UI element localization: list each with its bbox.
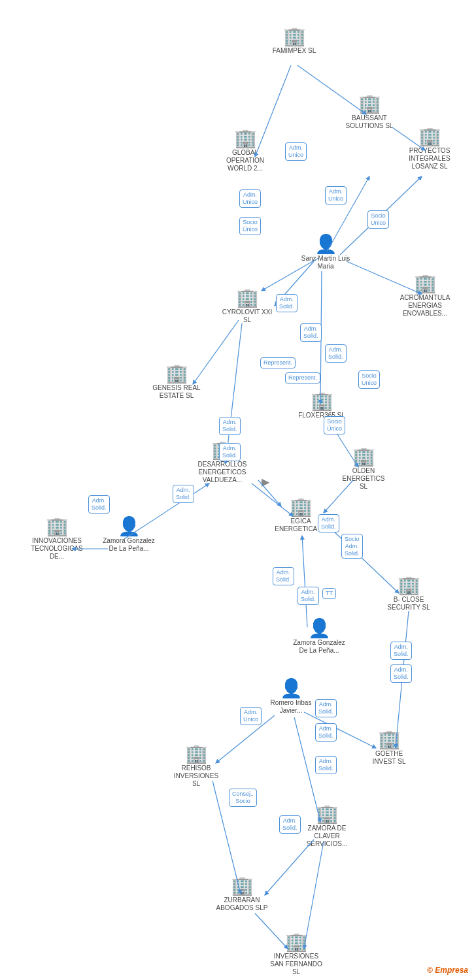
node-global[interactable]: 🏢 GLOBAL OPERATION WORLD 2... bbox=[216, 129, 275, 172]
badge-tt: TT bbox=[322, 588, 336, 599]
watermark: © Empresa bbox=[427, 966, 468, 975]
label-cyrolovit: CYROLOVIT XXI SL bbox=[221, 308, 273, 324]
label-baussant: BAUSSANT SOLUTIONS SL bbox=[343, 114, 396, 130]
building-icon-cyrolovit: 🏢 bbox=[236, 289, 259, 307]
network-diagram: 🏢 FAMIMPEX SL 🏢 BAUSSANT SOLUTIONS SL 🏢 … bbox=[0, 0, 476, 980]
label-olden: OLDEN ENERGETICS SL bbox=[337, 467, 390, 491]
label-genesis: GENESIS REAL ESTATE SL bbox=[150, 384, 203, 400]
label-acromantula: ACROMANTULA ENERGIAS ENOVABLES... bbox=[399, 294, 451, 318]
building-icon-zamora-claver: 🏢 bbox=[316, 805, 339, 823]
person-icon-sanz: 👤 bbox=[314, 235, 337, 253]
badge-adm-solid-12: Adm.Solid. bbox=[390, 664, 412, 683]
node-olden[interactable]: 🏢 OLDEN ENERGETICS SL bbox=[337, 448, 390, 491]
label-zamora2: Zamora Gonzalez De La Peña... bbox=[293, 639, 345, 655]
badge-socio-adm-solid: SocioAdm.Solid. bbox=[341, 534, 363, 559]
badge-adm-solid-13: Adm.Solid. bbox=[315, 699, 337, 717]
label-zamora-claver: ZAMORA DE CLAVER SERVICIOS... bbox=[301, 825, 353, 848]
building-icon-floxer: 🏢 bbox=[311, 392, 333, 410]
building-icon-inversiones: 🏢 bbox=[285, 933, 308, 951]
building-icon-zurbaran: 🏢 bbox=[231, 877, 254, 895]
badge-adm-unico-4: Adm.Unico bbox=[240, 707, 262, 725]
label-romero: Romero Iribas Javier... bbox=[265, 699, 317, 715]
node-romero[interactable]: 👤 Romero Iribas Javier... bbox=[262, 679, 320, 715]
node-famimpex[interactable]: 🏢 FAMIMPEX SL bbox=[268, 27, 320, 55]
badge-adm-unico-1: Adm.Unico bbox=[285, 142, 307, 161]
building-icon-innovaciones: 🏢 bbox=[46, 517, 69, 536]
node-genesis[interactable]: 🏢 GENESIS REAL ESTATE SL bbox=[150, 365, 203, 400]
badge-adm-solid-9: Adm.Solid. bbox=[273, 567, 294, 585]
badge-adm-solid-16: Adm.Solid. bbox=[279, 815, 301, 834]
label-sanz: Sanz Martin Luis Maria bbox=[299, 255, 352, 270]
building-icon-genesis: 🏢 bbox=[165, 365, 188, 383]
node-zurbaran[interactable]: 🏢 ZURBARAN ABOGADOS SLP bbox=[212, 877, 271, 912]
node-inversiones[interactable]: 🏢 INVERSIONES SAN FERNANDO SL bbox=[267, 933, 326, 976]
badge-socio-unico-3: SocioÚnico bbox=[324, 416, 345, 434]
building-icon-olden: 🏢 bbox=[352, 448, 375, 466]
label-zurbaran: ZURBARAN ABOGADOS SLP bbox=[216, 896, 268, 912]
label-innovaciones: INNOVACIONES TECNOLOGICAS DE... bbox=[31, 537, 83, 561]
label-desarrollos: DESARROLLOS ENERGETICOS VALDUEZA... bbox=[196, 461, 248, 484]
node-sanz[interactable]: 👤 Sanz Martin Luis Maria bbox=[296, 235, 355, 270]
badge-adm-unico-2: Adm.Unico bbox=[239, 189, 261, 208]
label-famimpex: FAMIMPEX SL bbox=[273, 47, 316, 55]
building-icon-bclose: 🏢 bbox=[398, 576, 420, 595]
building-icon-baussant: 🏢 bbox=[358, 95, 381, 113]
person-icon-zamora2: 👤 bbox=[308, 619, 331, 638]
badge-socio-unico-1: SocioÚnico bbox=[239, 217, 261, 235]
building-icon-global: 🏢 bbox=[234, 129, 257, 148]
building-icon-goethe: 🏢 bbox=[378, 730, 401, 749]
person-icon-romero: 👤 bbox=[280, 679, 303, 698]
node-rehisob[interactable]: 🏢 REHISOB INVERSIONES SL bbox=[167, 745, 226, 788]
badge-adm-solid-2: Adm.Solid. bbox=[300, 323, 322, 342]
label-inversiones: INVERSIONES SAN FERNANDO SL bbox=[270, 953, 322, 976]
badge-consej-socio: Consej..Socio bbox=[229, 789, 257, 807]
badge-adm-solid-15: Adm.Solid. bbox=[315, 756, 337, 774]
label-proyectos: PROYECTOS INTEGRALES LOSANZ SL bbox=[403, 147, 456, 171]
badge-socio-unico-2: SocioÚnico bbox=[367, 210, 389, 229]
label-bclose: B- CLOSE SECURITY SL bbox=[382, 596, 435, 612]
arrow-right: ▶ bbox=[262, 476, 269, 488]
node-zamora2[interactable]: 👤 Zamora Gonzalez De La Peña... bbox=[290, 619, 348, 655]
building-icon-acromantula: 🏢 bbox=[414, 274, 437, 293]
label-rehisob: REHISOB INVERSIONES SL bbox=[170, 764, 222, 788]
person-icon-zamora1: 👤 bbox=[118, 517, 141, 536]
label-zamora1: Zamora Gonzalez De La Peña... bbox=[103, 537, 155, 553]
node-baussant[interactable]: 🏢 BAUSSANT SOLUTIONS SL bbox=[340, 95, 399, 130]
badge-adm-solid-7: Adm.Solid. bbox=[88, 495, 110, 514]
label-global: GLOBAL OPERATION WORLD 2... bbox=[219, 149, 271, 172]
node-floxer[interactable]: 🏢 FLOXER365 SL bbox=[296, 392, 348, 419]
watermark-brand: Empresa bbox=[435, 966, 468, 975]
node-acromantula[interactable]: 🏢 ACROMANTULA ENERGIAS ENOVABLES... bbox=[396, 274, 454, 318]
badge-adm-solid-10: Adm.Solid. bbox=[298, 587, 319, 605]
badge-adm-solid-1: Adm.Solid. bbox=[276, 294, 298, 312]
badge-represent-1: Represent. bbox=[260, 357, 296, 368]
node-zamora1[interactable]: 👤 Zamora Gonzalez De La Peña... bbox=[99, 517, 158, 553]
watermark-copyright: © bbox=[427, 966, 433, 975]
badge-adm-solid-6: Adm.Solid. bbox=[173, 485, 194, 503]
badge-adm-solid-8: Adm.Solid. bbox=[318, 514, 339, 532]
badge-adm-solid-4: Adm.Solid. bbox=[219, 417, 241, 435]
svg-line-18 bbox=[302, 536, 307, 627]
building-icon-famimpex: 🏢 bbox=[283, 27, 306, 46]
badge-adm-solid-5: Adm.Solid. bbox=[219, 443, 241, 461]
badge-adm-solid-14: Adm.Solid. bbox=[315, 723, 337, 742]
building-icon-rehisob: 🏢 bbox=[185, 745, 208, 763]
badge-adm-solid-3: Adm.Solid. bbox=[325, 344, 347, 363]
node-zamora-claver[interactable]: 🏢 ZAMORA DE CLAVER SERVICIOS... bbox=[298, 805, 356, 848]
badge-adm-unico-3: Adm.Unico bbox=[325, 186, 347, 204]
badge-socio-unico-4: SocioÚnico bbox=[358, 370, 380, 389]
label-goethe: GOETHE INVEST SL bbox=[363, 750, 415, 766]
node-bclose[interactable]: 🏢 B- CLOSE SECURITY SL bbox=[379, 576, 438, 612]
node-innovaciones[interactable]: 🏢 INNOVACIONES TECNOLOGICAS DE... bbox=[27, 517, 86, 561]
node-cyrolovit[interactable]: 🏢 CYROLOVIT XXI SL bbox=[221, 289, 273, 324]
building-icon-proyectos: 🏢 bbox=[418, 127, 441, 146]
node-proyectos[interactable]: 🏢 PROYECTOS INTEGRALES LOSANZ SL bbox=[400, 127, 459, 171]
badge-represent-2: Represent. bbox=[285, 372, 320, 384]
node-goethe[interactable]: 🏢 GOETHE INVEST SL bbox=[363, 730, 415, 766]
badge-adm-solid-11: Adm.Solid. bbox=[390, 642, 412, 660]
building-icon-egica: 🏢 bbox=[290, 498, 313, 516]
